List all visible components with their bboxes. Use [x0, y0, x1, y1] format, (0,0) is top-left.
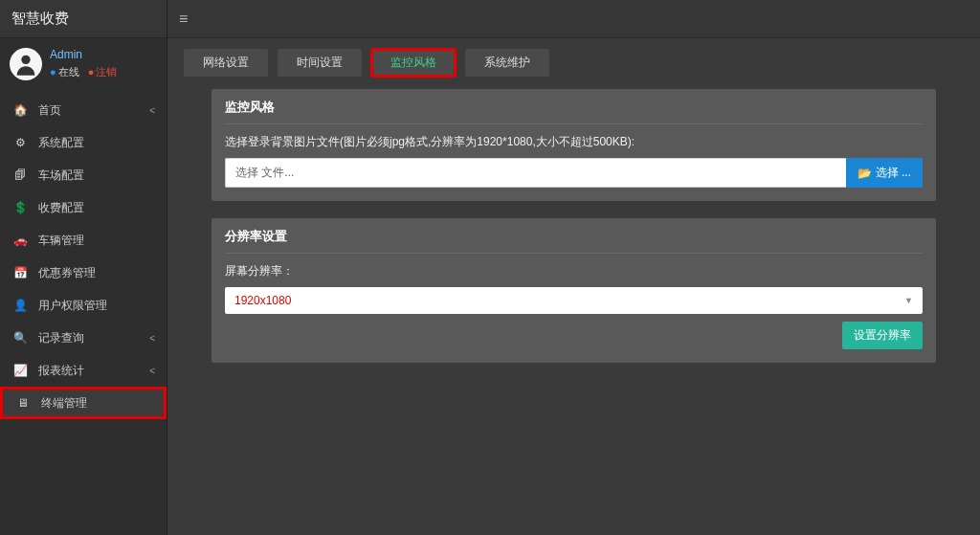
- upload-hint: 选择登录背景图片文件(图片必须jpg格式,分辨率为1920*1080,大小不超过…: [225, 134, 923, 150]
- nav-label: 用户权限管理: [38, 298, 155, 314]
- tab[interactable]: 时间设置: [277, 48, 363, 78]
- nav: 🏠首页<⚙系统配置🗐车场配置💲收费配置🚗车辆管理📅优惠券管理👤用户权限管理🔍记录…: [0, 94, 167, 535]
- nav-icon: ⚙: [11, 136, 29, 149]
- sidebar-item[interactable]: 📅优惠券管理: [0, 256, 167, 289]
- chevron-down-icon: ▼: [904, 296, 913, 305]
- sidebar: 智慧收费 Admin ●在线 ●注销 🏠首页<⚙系统配置🗐车场配置💲收费配置🚗车…: [0, 0, 167, 535]
- nav-label: 报表统计: [38, 363, 149, 379]
- panel-title: 监控风格: [225, 99, 923, 124]
- folder-open-icon: 📂: [858, 167, 872, 180]
- sidebar-item[interactable]: 🏠首页<: [0, 94, 167, 126]
- nav-label: 记录查询: [38, 330, 149, 346]
- nav-label: 车场配置: [38, 167, 155, 184]
- nav-label: 终端管理: [41, 395, 152, 412]
- avatar: [10, 48, 42, 80]
- nav-icon: 👤: [11, 299, 29, 312]
- chevron-left-icon: <: [149, 366, 155, 376]
- sidebar-item[interactable]: 📈报表统计<: [0, 354, 167, 387]
- svg-point-0: [21, 56, 30, 64]
- panel-resolution: 分辨率设置 屏幕分辨率： 1920x1080 ▼ 设置分辨率: [212, 218, 936, 363]
- tab[interactable]: 系统维护: [464, 48, 550, 78]
- set-resolution-button[interactable]: 设置分辨率: [842, 322, 923, 349]
- status-dot-icon: ●: [50, 66, 56, 78]
- nav-label: 首页: [38, 102, 149, 119]
- nav-label: 车辆管理: [38, 233, 155, 249]
- nav-label: 收费配置: [38, 200, 155, 216]
- file-input[interactable]: 选择 文件...: [225, 158, 846, 188]
- resolution-select[interactable]: 1920x1080 ▼: [225, 287, 923, 314]
- brand-title: 智慧收费: [0, 0, 167, 38]
- tab[interactable]: 网络设置: [183, 48, 269, 78]
- user-name: Admin: [50, 48, 117, 61]
- panel-title: 分辨率设置: [225, 228, 923, 254]
- sidebar-item[interactable]: 👤用户权限管理: [0, 289, 167, 322]
- user-block: Admin ●在线 ●注销: [0, 38, 167, 94]
- sidebar-item[interactable]: ⚙系统配置: [0, 126, 167, 159]
- nav-icon: 🏠: [11, 103, 29, 117]
- menu-toggle-icon[interactable]: ≡: [179, 11, 188, 28]
- sidebar-item[interactable]: 💲收费配置: [0, 191, 167, 224]
- logout-link[interactable]: 注销: [96, 66, 117, 78]
- chevron-left-icon: <: [149, 333, 155, 344]
- resolution-value: 1920x1080: [234, 294, 291, 307]
- resolution-label: 屏幕分辨率：: [225, 263, 923, 279]
- nav-label: 系统配置: [38, 135, 155, 151]
- user-status: ●在线 ●注销: [50, 65, 117, 79]
- nav-icon: 📈: [11, 364, 29, 377]
- nav-icon: 💲: [11, 201, 29, 214]
- sidebar-item[interactable]: 🚗车辆管理: [0, 224, 167, 256]
- topbar: ≡: [167, 0, 980, 38]
- nav-icon: 🗐: [11, 168, 29, 182]
- logout-dot-icon: ●: [88, 66, 95, 78]
- sidebar-item[interactable]: 🖥终端管理: [0, 387, 167, 419]
- tab[interactable]: 监控风格: [370, 48, 457, 78]
- nav-icon: 📅: [11, 266, 29, 279]
- tabs: 网络设置时间设置监控风格系统维护: [183, 48, 965, 78]
- nav-label: 优惠券管理: [38, 265, 155, 281]
- browse-button[interactable]: 📂 选择 ...: [846, 158, 923, 188]
- panel-monitor-style: 监控风格 选择登录背景图片文件(图片必须jpg格式,分辨率为1920*1080,…: [212, 89, 936, 201]
- chevron-left-icon: <: [149, 105, 155, 116]
- nav-icon: 🚗: [11, 234, 29, 247]
- sidebar-item[interactable]: 🔍记录查询<: [0, 322, 167, 354]
- nav-icon: 🖥: [14, 396, 32, 410]
- nav-icon: 🔍: [11, 331, 29, 345]
- sidebar-item[interactable]: 🗐车场配置: [0, 159, 167, 191]
